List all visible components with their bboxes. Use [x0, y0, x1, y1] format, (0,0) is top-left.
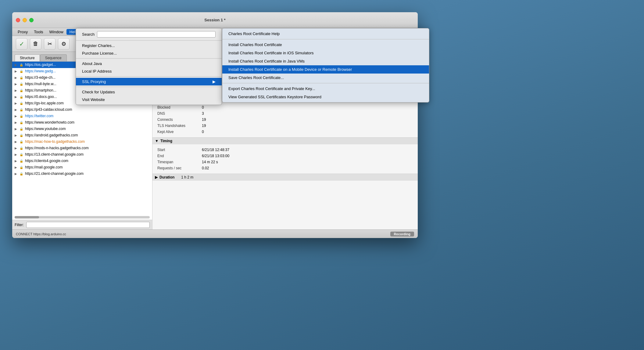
- ssl-item-install-java-vms[interactable]: Install Charles Root Certificate in Java…: [222, 57, 429, 65]
- ssl-item-install-root-cert[interactable]: Install Charles Root Certificate: [222, 41, 429, 49]
- menu-search-input[interactable]: [97, 31, 216, 38]
- arrow-icon: ▶: [15, 82, 18, 86]
- list-item[interactable]: ▶ 🔒 https://twitter.com: [12, 113, 152, 119]
- toolbar-settings-button[interactable]: ⚙: [58, 38, 70, 50]
- list-item[interactable]: ▶ 🔒 https://21.client-channel.google.com: [12, 171, 152, 177]
- list-item[interactable]: ▶ 🔒 https://mail.google.com: [12, 164, 152, 171]
- tab-sequence[interactable]: Sequence: [40, 54, 67, 61]
- arrow-icon: ▶: [15, 140, 18, 143]
- detail-row: Blocked 0: [157, 104, 413, 110]
- separator: [222, 39, 429, 39]
- duration-arrow: ▶: [155, 175, 158, 179]
- detail-row: Start 6/21/18 12:48:37: [157, 147, 413, 153]
- ssl-item-save-root-cert[interactable]: Save Charles Root Certificate...: [222, 74, 429, 82]
- maximize-button[interactable]: [29, 18, 34, 22]
- arrow-icon: ▶: [15, 76, 18, 79]
- lock-icon: 🔒: [20, 153, 24, 156]
- timing-section: Start 6/21/18 12:48:37 End 6/21/18 13:03…: [152, 144, 418, 174]
- arrow-icon: ▶: [15, 70, 18, 73]
- ssl-item-view-keystore-password[interactable]: View Generated SSL Certificates Keystore…: [222, 93, 429, 101]
- separator: [76, 87, 222, 87]
- arrow-icon: ▶: [15, 121, 18, 124]
- search-label: Search: [82, 32, 95, 37]
- list-item[interactable]: ▶ 🔒 https://mac-how-to.gadgethacks.com: [12, 139, 152, 145]
- status-text: CONNECT https://blog.arduino.cc: [16, 232, 66, 236]
- list-item[interactable]: ▶ 🔒 https://mods-n-hacks.gadgethacks.com: [12, 145, 152, 151]
- lock-icon: 🔒: [20, 140, 24, 143]
- duration-header: ▶ Duration 1 h 2 m: [152, 174, 418, 181]
- detail-row: End 6/21/18 13:03:00: [157, 153, 413, 159]
- lock-icon: 🔒: [20, 146, 24, 150]
- arrow-icon: ▶: [15, 146, 18, 150]
- lock-icon: 🔒: [20, 121, 24, 124]
- detail-row: Timespan 14 m 22 s: [157, 159, 413, 165]
- window-title: Session 1 *: [204, 18, 225, 22]
- lock-icon: 🔒: [20, 108, 24, 111]
- menu-tools[interactable]: Tools: [31, 29, 46, 35]
- lock-icon: 🔒: [20, 134, 24, 137]
- filter-label: Filter:: [15, 223, 24, 227]
- menu-proxy[interactable]: Proxy: [15, 29, 31, 35]
- separator: [222, 83, 429, 83]
- lock-icon: 🔒: [20, 70, 24, 73]
- arrow-icon: ▶: [15, 134, 18, 137]
- traffic-lights: [16, 18, 34, 22]
- tab-structure[interactable]: Structure: [15, 54, 40, 61]
- arrow-icon: ▶: [15, 108, 18, 111]
- detail-row: Requests / sec 0.02: [157, 165, 413, 171]
- menu-ssl-proxying[interactable]: SSL Proxying ▶: [76, 78, 222, 85]
- menu-register-charles[interactable]: Register Charles...: [76, 42, 222, 49]
- list-item[interactable]: ▶ 🔒 https://clients4.google.com: [12, 158, 152, 164]
- lock-icon: 🔒: [20, 159, 24, 163]
- arrow-icon: ▶: [15, 153, 18, 156]
- arrow-icon: ▶: [15, 114, 18, 118]
- arrow-icon: ▶: [15, 159, 18, 163]
- close-button[interactable]: [16, 18, 20, 22]
- ssl-item-root-cert-help[interactable]: Charles Root Certificate Help: [222, 30, 429, 38]
- arrow-icon: ▶: [15, 172, 18, 175]
- arrow-icon: ▶: [15, 63, 18, 67]
- minimize-button[interactable]: [23, 18, 27, 22]
- list-item[interactable]: ▶ 🔒 https://www.youtube.com: [12, 126, 152, 132]
- lock-icon: 🔒: [20, 82, 24, 86]
- detail-row: Kept Alive 0: [157, 129, 413, 135]
- lock-icon: 🔒: [20, 95, 24, 99]
- arrow-icon: ▶: [15, 95, 18, 99]
- separator: [76, 40, 222, 41]
- menu-visit-website[interactable]: Visit Website: [76, 96, 222, 103]
- submenu-arrow-icon: ▶: [213, 79, 216, 84]
- menu-window[interactable]: Window: [46, 29, 66, 35]
- toolbar-tools-button[interactable]: ✂: [44, 38, 55, 50]
- arrow-icon: ▶: [15, 89, 18, 92]
- lock-icon: 🔒: [20, 76, 24, 79]
- separator: [76, 58, 222, 59]
- lock-icon: 🔒: [20, 114, 24, 118]
- filter-bar: Filter:: [12, 220, 152, 229]
- help-menu-dropdown: Search Register Charles... Purchase Lice…: [76, 28, 222, 105]
- toolbar-check-button[interactable]: ✓: [16, 38, 27, 50]
- lock-icon: 🔒: [20, 166, 24, 169]
- lock-icon: 🔒: [20, 102, 24, 105]
- filter-input[interactable]: [26, 222, 150, 228]
- status-bar: CONNECT https://blog.arduino.cc Recordin…: [12, 229, 418, 238]
- separator: [76, 76, 222, 77]
- arrow-icon: ▶: [15, 166, 18, 169]
- ssl-item-export-cert[interactable]: Export Charles Root Certificate and Priv…: [222, 85, 429, 93]
- menu-local-ip[interactable]: Local IP Address: [76, 67, 222, 75]
- ssl-submenu-dropdown: Charles Root Certificate Help Install Ch…: [222, 28, 429, 103]
- arrow-icon: ▶: [15, 102, 18, 105]
- arrow-icon: ▶: [15, 127, 18, 131]
- toolbar-clear-button[interactable]: 🗑: [30, 38, 41, 50]
- recording-button[interactable]: Recording: [390, 232, 414, 236]
- ssl-item-install-mobile-device[interactable]: Install Charles Root Certificate on a Mo…: [222, 65, 429, 74]
- list-item[interactable]: ▶ 🔒 https://13.client-channel.google.com: [12, 151, 152, 158]
- menu-purchase-license[interactable]: Purchase License...: [76, 49, 222, 57]
- list-item[interactable]: ▶ 🔒 https://android.gadgethacks.com: [12, 132, 152, 139]
- menu-check-updates[interactable]: Check for Updates: [76, 88, 222, 96]
- menu-about-java[interactable]: About Java: [76, 60, 222, 67]
- detail-row: Connects 19: [157, 117, 413, 123]
- list-item[interactable]: ▶ 🔒 https://p43-caldav.icloud.com: [12, 106, 152, 113]
- list-item[interactable]: ▶ 🔒 https://www.wonderhowto.com: [12, 119, 152, 126]
- lock-icon: 🔒: [20, 89, 24, 92]
- ssl-item-install-ios-simulators[interactable]: Install Charles Root Certificate in iOS …: [222, 49, 429, 57]
